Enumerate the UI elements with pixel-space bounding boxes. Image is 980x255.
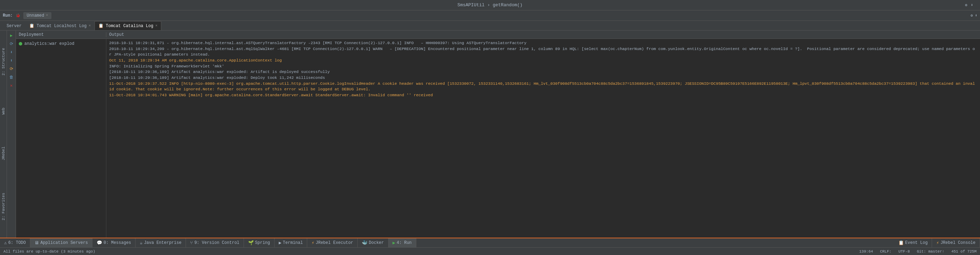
jrebel-executor-label: JRebel Executor: [315, 241, 353, 245]
version-control-tool[interactable]: ⑂ 9: Version Control: [186, 238, 244, 247]
structure-label[interactable]: 2: Structure: [2, 48, 6, 75]
version-control-label: 9: Version Control: [194, 241, 239, 245]
tomcat-catalina-tab-icon: 📋: [99, 23, 103, 29]
vertical-labels-strip: 2: Structure Web JRebel 2: Favorites: [0, 30, 7, 237]
event-log-icon: 📋: [898, 240, 904, 245]
col-headers: Deployment Output: [16, 30, 980, 39]
tab-bar: Server 📋 Tomcat Localhost Log × 📋 Tomcat…: [0, 21, 980, 30]
bottom-toolbar: ⚠ 6: TODO 🖥 Application Servers 💬 0: Mes…: [0, 237, 980, 247]
run-settings-icon[interactable]: ⚙: [970, 13, 973, 18]
run-icon: 🐞: [16, 13, 21, 18]
app-servers-label: Application Servers: [40, 241, 88, 245]
deploy-button[interactable]: ⬇: [8, 49, 15, 56]
run-tool-label: 4: Run: [396, 241, 412, 245]
deployment-name: analytics:war explod: [24, 41, 74, 46]
jrebel-executor-tool[interactable]: ⚡ JRebel Executor: [307, 238, 358, 247]
todo-tool[interactable]: ⚠ 6: TODO: [0, 238, 30, 247]
status-right: 139:64 CRLF: UTF-8 Git: master↑ 451 of 7…: [859, 249, 977, 253]
cursor-position: 139:64: [859, 249, 873, 253]
content-row: analytics:war explod 2018-10-11 10:29:31…: [16, 39, 980, 237]
spring-tool[interactable]: 🌱 Spring: [244, 238, 275, 247]
encoding: UTF-8: [898, 249, 910, 253]
run-tab-unnamed[interactable]: Unnamed ×: [23, 12, 51, 19]
terminal-icon: ▶: [279, 240, 282, 245]
version-control-icon: ⑂: [190, 241, 193, 245]
run-bar-right: ⚙ ⬇: [970, 13, 977, 18]
tomcat-localhost-close-icon[interactable]: ×: [89, 24, 91, 28]
title-bar: SmsAPIUtil › getRandom() ⚙ ⬇: [0, 0, 980, 10]
messages-tool[interactable]: 💬 0: Messages: [92, 238, 135, 247]
status-message: All files are up-to-date (3 minutes ago): [3, 249, 95, 253]
event-log-label: Event Log: [905, 241, 928, 245]
event-log-tool[interactable]: 📋 Event Log: [894, 238, 932, 247]
todo-icon: ⚠: [4, 240, 7, 245]
tab-tomcat-catalina[interactable]: 📋 Tomcat Catalina Log ×: [94, 21, 161, 30]
favorites-label[interactable]: 2: Favorites: [2, 193, 6, 220]
log-line-8: 11-Oct-2018 10:34:01.743 WARNING [main] …: [109, 92, 977, 98]
docker-icon: 🐳: [362, 240, 368, 245]
jrebel-console-icon: ⚡: [936, 240, 939, 245]
jrebel-console-label: JRebel Console: [940, 241, 975, 245]
memory-usage: 451 of 725M: [951, 249, 977, 253]
spring-label: Spring: [255, 241, 270, 245]
jrebel-label[interactable]: JRebel: [2, 147, 6, 161]
run-bar: Run: 🐞 Unnamed × ⚙ ⬇: [0, 10, 980, 21]
log-line-3: Oct 11, 2018 10:29:34 AM org.apache.cata…: [109, 58, 977, 64]
tomcat-catalina-close-icon[interactable]: ×: [155, 24, 158, 28]
todo-label: 6: TODO: [8, 241, 26, 245]
run-label: Run:: [3, 13, 13, 18]
deployment-header: Deployment: [16, 32, 107, 37]
run-tool[interactable]: ▶ 4: Run: [388, 238, 416, 247]
server-tab-label: Server: [6, 24, 22, 29]
java-enterprise-tool[interactable]: ☕ Java Enterprise: [135, 238, 186, 247]
java-enterprise-icon: ☕: [140, 240, 143, 245]
app-servers-tool[interactable]: 🖥 Application Servers: [30, 238, 92, 247]
log-line-6: [2018-10-11 10:29:36,189] Artifact analy…: [109, 75, 977, 81]
output-header: Output: [107, 32, 127, 37]
main-content: 2: Structure Web JRebel 2: Favorites ▶ ⟳…: [0, 30, 980, 237]
run-tool-icon: ▶: [393, 240, 396, 245]
run-button[interactable]: ▶: [8, 32, 15, 39]
messages-label: 0: Messages: [103, 241, 131, 245]
log-line-7: 11-Oct-2018 10:29:37.522 INFO [http-nio-…: [109, 81, 977, 92]
undeploy-button[interactable]: ⬆: [8, 57, 15, 64]
stop-button[interactable]: ✕: [8, 82, 15, 89]
redeploy-button[interactable]: ⟳: [8, 65, 15, 72]
docker-tool[interactable]: 🐳 Docker: [358, 238, 388, 247]
tomcat-catalina-tab-label: Tomcat Catalina Log: [106, 24, 153, 29]
panel-area: Deployment Output analytics:war explod 2…: [16, 30, 980, 237]
refresh-button[interactable]: ⟳: [8, 40, 15, 47]
log-line-2: 2018-10-11 10:29:34,209 - org.hibernate.…: [109, 46, 977, 58]
run-download-icon[interactable]: ⬇: [975, 13, 977, 18]
jrebel-console-tool[interactable]: ⚡ JRebel Console: [932, 238, 980, 247]
bottom-right-tools: 📋 Event Log ⚡ JRebel Console: [894, 238, 980, 247]
log-line-4: INFO: Initializing Spring FrameworkServl…: [109, 64, 977, 70]
tomcat-localhost-tab-label: Tomcat Localhost Log: [37, 24, 86, 29]
tomcat-localhost-tab-icon: 📋: [29, 23, 34, 29]
run-tab-name: Unnamed: [27, 13, 44, 18]
settings-icon[interactable]: ⚙: [965, 3, 967, 7]
side-actions: ▶ ⟳ ⬇ ⬆ ⟳ 🗑 ✕: [7, 30, 16, 237]
delete-button[interactable]: 🗑: [8, 74, 15, 81]
output-panel[interactable]: 2018-10-11 10:29:31,871 - org.hibernate.…: [107, 39, 980, 237]
download-icon[interactable]: ⬇: [970, 3, 973, 7]
java-enterprise-label: Java Enterprise: [144, 241, 181, 245]
tab-tomcat-localhost[interactable]: 📋 Tomcat Localhost Log ×: [25, 21, 94, 30]
deployment-item: analytics:war explod: [18, 40, 105, 47]
deployment-panel: analytics:war explod: [16, 39, 107, 237]
docker-label: Docker: [369, 241, 383, 245]
messages-icon: 💬: [97, 240, 102, 245]
run-tab-close[interactable]: ×: [46, 14, 48, 18]
app-servers-icon: 🖥: [34, 241, 39, 245]
log-line-5: [2018-10-11 10:29:36,189] Artifact analy…: [109, 69, 977, 75]
git-branch: Git: master↑: [917, 249, 944, 253]
title-bar-actions: ⚙ ⬇: [965, 3, 973, 7]
web-label[interactable]: Web: [2, 108, 6, 115]
tab-server[interactable]: Server: [3, 21, 25, 30]
terminal-label: Terminal: [283, 241, 303, 245]
terminal-tool[interactable]: ▶ Terminal: [275, 238, 307, 247]
line-ending: CRLF:: [880, 249, 891, 253]
jrebel-executor-icon: ⚡: [311, 240, 314, 245]
log-line-1: 2018-10-11 10:29:31,871 - org.hibernate.…: [109, 40, 977, 46]
status-bar: All files are up-to-date (3 minutes ago)…: [0, 247, 980, 255]
